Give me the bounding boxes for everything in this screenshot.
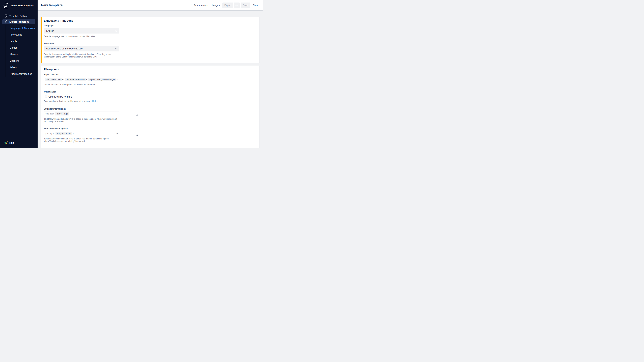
- topbar: New template ↶ Revert unsaved changes Ex…: [38, 0, 263, 10]
- content-scroll-area[interactable]: Language & Time zone Language English Se…: [38, 10, 263, 148]
- submenu-item-labels[interactable]: Labels: [10, 38, 38, 44]
- submenu-item-content[interactable]: Content: [10, 44, 38, 51]
- suffix-internal-links-label: Suffix for internal links: [44, 108, 257, 110]
- close-button[interactable]: Close: [252, 2, 259, 8]
- revert-unsaved-changes-button[interactable]: ↶ Revert unsaved changes: [190, 4, 220, 7]
- more-actions-button[interactable]: ···: [234, 2, 240, 8]
- help-button[interactable]: Help: [4, 140, 14, 145]
- page-title: New template: [41, 3, 62, 7]
- lock-icon[interactable]: [136, 134, 138, 137]
- export-filename-help: Default file name of the exported file w…: [44, 83, 257, 86]
- save-button[interactable]: Save: [241, 2, 250, 8]
- token-export-date[interactable]: Export Date (yyyyMMdd_HHmmss: [88, 78, 119, 81]
- revert-label: Revert unsaved changes: [194, 4, 220, 6]
- suffix-prefix-text: (see page: [45, 112, 54, 115]
- submenu-item-document-properties[interactable]: Document Properties: [10, 71, 38, 77]
- undo-icon: ↶: [190, 4, 192, 6]
- submenu-item-macros[interactable]: Macros: [10, 51, 38, 58]
- submenu-item-tables[interactable]: Tables: [10, 64, 38, 71]
- token-document-title[interactable]: Document Title: [45, 78, 62, 81]
- timezone-select[interactable]: Use time zone of the exporting user: [44, 46, 119, 51]
- app-logo-row: Scroll Word Exporter: [0, 0, 38, 11]
- export-properties-icon: [5, 20, 8, 23]
- optimize-links-row: Optimize links for print: [44, 95, 257, 98]
- filename-separator: -: [86, 78, 87, 81]
- section-language-time-zone: Language & Time zone Language English Se…: [41, 17, 260, 63]
- app-title: Scroll Word Exporter: [10, 4, 34, 7]
- section-file-options: File options Export filename Document Ti…: [41, 65, 260, 148]
- filename-separator: -v: [62, 78, 64, 81]
- optimize-links-checkbox[interactable]: [44, 95, 47, 98]
- timezone-label: Time zone: [44, 42, 257, 45]
- section-title: Language & Time zone: [44, 19, 257, 22]
- template-settings-icon: [5, 14, 8, 17]
- timezone-help: Sets the time zone used in placeholder c…: [44, 53, 113, 58]
- export-properties-submenu: Language & Time zone File options Labels…: [6, 25, 38, 77]
- token-target-page[interactable]: Target Page: [55, 112, 69, 115]
- submenu-item-language-time-zone[interactable]: Language & Time zone: [10, 25, 38, 31]
- topbar-actions: ↶ Revert unsaved changes Export ··· Save…: [190, 2, 259, 8]
- sidebar-item-label: Export Properties: [10, 20, 29, 23]
- add-token-button[interactable]: +: [116, 77, 119, 82]
- suffix-links-figures-label: Suffix for links to figures: [44, 128, 257, 130]
- token-document-revision[interactable]: Document Revision: [64, 78, 86, 81]
- help-label: Help: [10, 141, 14, 144]
- sidebar-item-template-settings[interactable]: Template Settings: [0, 13, 38, 19]
- submenu-item-file-options[interactable]: File options: [10, 31, 38, 38]
- sidebar: Scroll Word Exporter Template Settings: [0, 0, 38, 148]
- optimize-links-label[interactable]: Optimize links for print: [48, 95, 72, 98]
- add-token-button[interactable]: +: [116, 111, 119, 116]
- suffix-links-tables-label: Suffix for links to tables: [44, 147, 257, 148]
- suffix-prefix-text: (see figure: [45, 132, 55, 135]
- lock-icon[interactable]: [136, 114, 138, 117]
- suffix-suffix-text: ): [70, 112, 70, 115]
- timezone-select-value: Use time zone of the exporting user: [46, 47, 115, 50]
- export-button[interactable]: Export: [222, 2, 233, 8]
- k15t-help-logo-icon: [4, 140, 8, 145]
- section-title: File options: [44, 68, 257, 71]
- sidebar-item-export-properties[interactable]: Export Properties: [2, 19, 35, 24]
- suffix-internal-links-help: Text that will be added after links to p…: [44, 118, 118, 123]
- suffix-internal-links-input[interactable]: (see page Target Page ) +: [44, 111, 119, 116]
- suffix-links-figures-help: Text that will be added after links to S…: [44, 138, 113, 143]
- sidebar-nav: Template Settings Export Properties Lang…: [0, 13, 38, 77]
- sidebar-item-label: Template Settings: [10, 15, 28, 17]
- main-area: New template ↶ Revert unsaved changes Ex…: [38, 0, 263, 148]
- language-label: Language: [44, 24, 257, 27]
- chevron-down-icon: [115, 47, 117, 50]
- export-filename-input[interactable]: Document Title -v Document Revision - Ex…: [44, 77, 119, 82]
- submenu-item-captions[interactable]: Captions: [10, 58, 38, 64]
- suffix-suffix-text: ): [73, 132, 74, 135]
- scroll-word-exporter-logo-icon: [3, 2, 8, 8]
- optimization-label: Optimization: [44, 91, 257, 93]
- optimize-links-help: Page number of link target will be appen…: [44, 100, 257, 103]
- export-filename-label: Export filename: [44, 73, 257, 76]
- language-help: Sets the language used in placeholder co…: [44, 35, 257, 38]
- language-select-value: English: [46, 29, 115, 32]
- add-token-button[interactable]: +: [116, 131, 119, 136]
- chevron-down-icon: [115, 29, 117, 32]
- suffix-links-figures-input[interactable]: (see figure Target Number ) +: [44, 131, 119, 136]
- language-select[interactable]: English: [44, 28, 119, 33]
- token-target-number[interactable]: Target Number: [56, 132, 72, 135]
